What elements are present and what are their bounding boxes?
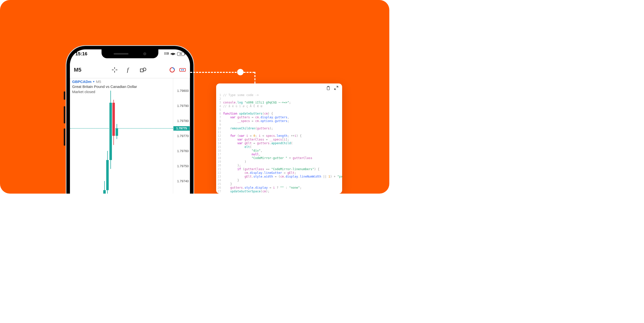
code-line: 18 "CodeMirror-gutter " + gutterClass [216, 156, 342, 160]
code-line: 20 ); [216, 164, 342, 168]
svg-rect-16 [180, 69, 185, 71]
timeframe-button[interactable]: M5 [74, 67, 82, 73]
code-line: 26 gutters.style.display = i ? "" : "non… [216, 186, 342, 190]
axis-tick: 1.79790 [177, 104, 189, 108]
code-line: 9 [216, 123, 342, 127]
function-icon[interactable]: f [126, 66, 132, 73]
price-tag: 1.79775 [174, 126, 190, 131]
code-line: 13 var gutterClass = __specs[i]; [216, 138, 342, 142]
phone-volume-up [64, 106, 65, 124]
code-panel: 1// Type some code ->2 3console.log "oO0… [216, 84, 342, 194]
clipboard-icon[interactable] [326, 86, 331, 90]
expand-icon[interactable] [334, 86, 339, 90]
line-number: 18 [216, 156, 223, 160]
chart-area[interactable]: GBPCADm ▼ M5 Great Britain Pound vs Cana… [70, 78, 190, 194]
code-line: 10 removeChildren(gutters); [216, 127, 342, 130]
code-line: 21 if (gutterClass == "CodeMirror-linenu… [216, 168, 342, 171]
code-line: 14 var gElt = gutters.appendChild( [216, 142, 342, 145]
code-line: 4// â é ù ï ø ç Å Ē Æ œ [216, 104, 342, 108]
line-number: 27 [216, 190, 223, 193]
axis-tick: 1.79800 [177, 89, 189, 92]
code-line: 22 cm.display.lineGutter = gElt; [216, 171, 342, 175]
phone-volume-down [64, 128, 65, 146]
phone-frame: 15:16 21 M5 f [66, 45, 194, 194]
svg-text:f: f [127, 67, 130, 73]
axis-tick: 1.79740 [177, 179, 189, 183]
candle-layer [70, 78, 173, 194]
code-line: 3console.log "oO08 iIlL1 g9qCGQ ~-+=>"; [216, 101, 342, 104]
line-number: 23 [216, 175, 223, 178]
line-number: 14 [216, 142, 223, 145]
phone-mute-switch [64, 91, 65, 100]
line-number: 16 [216, 149, 223, 152]
shapes-icon[interactable] [140, 66, 147, 73]
axis-tick: 1.79770 [177, 134, 189, 138]
line-number: 10 [216, 127, 223, 130]
line-number: 26 [216, 186, 223, 190]
circle-icon[interactable] [169, 66, 176, 73]
svg-point-0 [164, 52, 165, 53]
chart-toolbar: M5 f [70, 64, 190, 76]
code-line: 8 __specs = cm.options.gutters; [216, 119, 342, 123]
code-line: 16 "div", [216, 149, 342, 152]
line-number: 20 [216, 164, 223, 168]
line-number: 17 [216, 152, 223, 156]
line-number: 3 [216, 101, 223, 104]
line-number: 25 [216, 182, 223, 186]
battery-icon: 21 [177, 52, 184, 56]
line-number: 13 [216, 138, 223, 142]
svg-rect-17 [327, 87, 330, 90]
line-number: 15 [216, 145, 223, 149]
code-line: 19 ) [216, 160, 342, 164]
code-line: 12 for (var i = 0; i < specs.length; ++i… [216, 134, 342, 138]
status-time: 15:16 [75, 51, 88, 56]
axis-tick: 1.79780 [177, 119, 189, 123]
code-line: 11 [216, 130, 342, 134]
code-line: 23 gElt.style.width = (cm.display.lineNu… [216, 175, 342, 178]
line-number: 7 [216, 116, 223, 119]
code-editor[interactable]: 1// Type some code ->2 3console.log "oO0… [216, 93, 342, 194]
stage: 15:16 21 M5 f [0, 0, 389, 194]
line-number: 2 [216, 97, 223, 101]
code-line: 2 [216, 97, 342, 101]
line-number: 6 [216, 112, 223, 116]
price-axis: 1.79775 1.798001.797901.797801.797701.79… [173, 78, 190, 194]
svg-point-5 [167, 54, 168, 54]
code-line: 1// Type some code -> [216, 93, 342, 97]
svg-rect-6 [168, 52, 168, 54]
code-line: 24 } [216, 178, 342, 182]
line-number: 5 [216, 108, 223, 112]
line-number: 21 [216, 168, 223, 171]
svg-point-4 [166, 54, 166, 54]
axis-tick: 1.79760 [177, 149, 189, 153]
code-line: 15 elt( [216, 145, 342, 149]
line-number: 1 [216, 93, 223, 97]
code-line: 5 [216, 108, 342, 112]
line-number: 24 [216, 178, 223, 182]
code-line: 27 updateGutterSpace(cm); [216, 190, 342, 193]
code-line: 7 var gutters = cm.display.gutters, [216, 116, 342, 119]
battery-level: 21 [180, 52, 182, 55]
line-number: 11 [216, 130, 223, 134]
svg-point-1 [166, 52, 166, 53]
code-line: 6function updateGutters(cm) { [216, 112, 342, 116]
line-number: 12 [216, 134, 223, 138]
code-line: 17 null, [216, 152, 342, 156]
axis-tick: 1.79750 [177, 164, 189, 168]
crosshair-icon[interactable] [111, 66, 118, 73]
cellular-icon [164, 52, 169, 56]
line-number: 4 [216, 104, 223, 108]
line-number: 9 [216, 123, 223, 127]
code-line: 25 } [216, 182, 342, 186]
line-number: 22 [216, 171, 223, 175]
svg-point-2 [167, 52, 168, 53]
connector-dot-icon [237, 69, 244, 75]
svg-point-3 [164, 54, 165, 54]
line-number: 19 [216, 160, 223, 164]
link-icon[interactable] [179, 66, 186, 73]
wifi-icon [170, 52, 176, 56]
line-number: 8 [216, 119, 223, 123]
status-bar: 15:16 21 [70, 50, 190, 58]
